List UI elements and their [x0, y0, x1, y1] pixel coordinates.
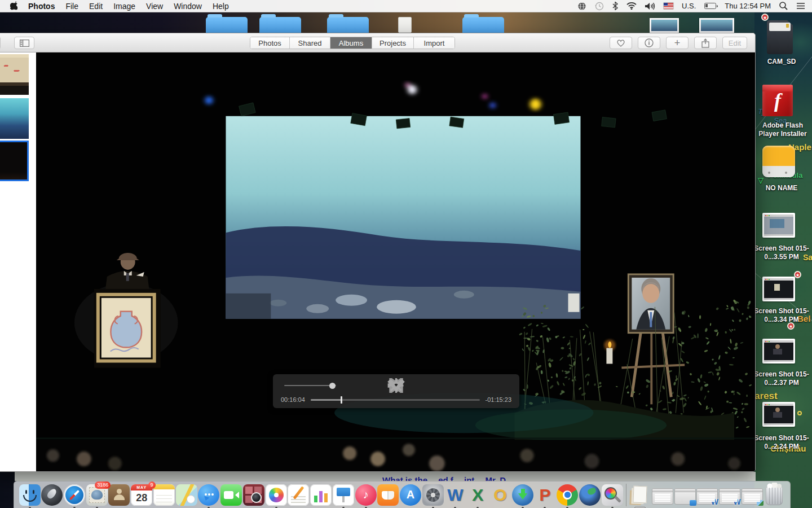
video-thumbnail-1[interactable]: [0, 54, 29, 95]
tab-projects[interactable]: Projects: [372, 37, 414, 49]
battery-icon[interactable]: [704, 3, 716, 9]
info-button[interactable]: [638, 37, 660, 49]
tab-shared[interactable]: Shared: [290, 37, 330, 49]
launchpad-icon: [41, 484, 63, 506]
desktop-icon-cam-sd[interactable]: [767, 20, 793, 54]
dock-ibooks[interactable]: [377, 483, 399, 507]
min-window-word2-icon: W: [719, 488, 740, 505]
menu-file[interactable]: File: [65, 2, 78, 11]
desktop-folder-icon[interactable]: [259, 17, 301, 33]
desktop-document-icon[interactable]: [398, 17, 412, 33]
dock-contacts[interactable]: [108, 483, 130, 507]
desktop-screen: Naple Tyrrhenian Sea Peninsula Sa Bel ar…: [0, 0, 812, 508]
dock-photos[interactable]: [265, 483, 287, 507]
dock-powerpoint[interactable]: P: [534, 483, 556, 507]
dock-numbers[interactable]: [310, 483, 332, 507]
video-thumbnail-2[interactable]: [0, 98, 29, 139]
background-window-strip: What is the …ed f… int… Mr. D…: [15, 472, 756, 481]
dock-mail[interactable]: 3186: [86, 483, 108, 507]
dock-launchpad[interactable]: [41, 483, 63, 507]
map-label: arest: [754, 391, 778, 402]
app-menu-photos[interactable]: Photos: [28, 2, 55, 11]
sidebar-toggle-button[interactable]: [14, 37, 34, 49]
dock-maps[interactable]: [175, 483, 197, 507]
desktop-photo-icon[interactable]: [699, 18, 734, 33]
ibooks-icon: [377, 484, 399, 506]
video-progress-bar[interactable]: [311, 399, 480, 401]
dock-color-utility[interactable]: [601, 483, 623, 507]
desktop-icon-screenshot-4[interactable]: [762, 402, 795, 427]
dock-downloader[interactable]: [511, 483, 533, 507]
video-player-area[interactable]: 00:16:04 -01:15:23: [36, 52, 755, 471]
wifi-icon[interactable]: [626, 2, 637, 10]
dock-stack-documents[interactable]: [629, 483, 651, 507]
tab-photos[interactable]: Photos: [250, 37, 290, 49]
video-thumbnail-3-selected[interactable]: [0, 141, 29, 181]
dock-chrome[interactable]: [557, 483, 579, 507]
dock-calendar[interactable]: MAY289: [131, 483, 153, 507]
notification-center-icon[interactable]: [796, 2, 805, 10]
color-utility-icon: [602, 484, 623, 506]
dock-google-earth[interactable]: [579, 483, 601, 507]
dock-notes[interactable]: [153, 483, 175, 507]
dock-word[interactable]: W: [444, 483, 466, 507]
desktop-folder-icon[interactable]: [327, 17, 369, 33]
globe-status-icon[interactable]: [577, 2, 586, 11]
spotlight-icon[interactable]: [779, 2, 788, 10]
input-source-flag-icon[interactable]: [664, 3, 673, 9]
dock-finder[interactable]: [19, 483, 41, 507]
desktop-icon-screenshot-1[interactable]: [762, 213, 795, 238]
dock-facetime[interactable]: [220, 483, 242, 507]
dock-safari[interactable]: [63, 483, 85, 507]
video-progress-handle[interactable]: [341, 396, 342, 404]
edit-button[interactable]: Edit: [722, 37, 747, 49]
desktop-folder-icon[interactable]: [462, 17, 504, 33]
photos-icon: [266, 484, 287, 506]
external-drive-icon: [762, 146, 795, 177]
tab-albums[interactable]: Albums: [330, 37, 372, 49]
dock-min-window-word2[interactable]: W: [719, 483, 741, 507]
desktop-icon-no-name[interactable]: [762, 146, 795, 177]
menu-window[interactable]: Window: [174, 2, 202, 11]
volume-status-icon[interactable]: [645, 2, 655, 10]
dock-min-window-word[interactable]: W: [696, 483, 718, 507]
dock-keynote[interactable]: [332, 483, 354, 507]
favorite-button[interactable]: [610, 37, 632, 49]
projection-screen: [226, 116, 580, 319]
dock-system-preferences[interactable]: [422, 483, 444, 507]
desktop-icon-screenshot-3[interactable]: [762, 339, 795, 364]
menu-image[interactable]: Image: [113, 2, 135, 11]
dock-min-window-keynote[interactable]: [674, 483, 696, 507]
tab-import[interactable]: Import: [414, 37, 454, 49]
dock-outlook[interactable]: O: [489, 483, 511, 507]
desktop-folder-icon[interactable]: [206, 17, 248, 33]
dock-min-window-finder[interactable]: [651, 483, 673, 507]
add-button[interactable]: +: [666, 37, 689, 49]
google-earth-icon: [579, 484, 601, 506]
facetime-icon: [220, 484, 242, 506]
desktop-icon-flash-installer[interactable]: f: [762, 85, 793, 116]
share-button[interactable]: [694, 37, 717, 49]
dock-app-store[interactable]: [399, 483, 421, 507]
dock-trash[interactable]: [764, 483, 785, 507]
dock-excel[interactable]: X: [467, 483, 489, 507]
photos-toolbar: Photos Shared Albums Projects Import + E…: [0, 33, 755, 52]
dock-itunes[interactable]: [355, 483, 377, 507]
menu-clock[interactable]: Thu 12:54 PM: [725, 2, 771, 10]
time-machine-icon[interactable]: [595, 2, 604, 11]
eject-icon: ▽: [758, 176, 764, 185]
menu-view[interactable]: View: [146, 2, 163, 11]
menu-edit[interactable]: Edit: [89, 2, 103, 11]
dock-photo-booth[interactable]: [242, 483, 264, 507]
bluetooth-icon[interactable]: [612, 2, 618, 10]
desktop-photo-icon[interactable]: [650, 18, 679, 33]
desktop-icon-screenshot-2[interactable]: [762, 277, 795, 301]
toolbar-edge-button[interactable]: [0, 37, 1, 49]
dock-min-window-preview[interactable]: [741, 483, 763, 507]
dock-pages[interactable]: [288, 483, 310, 507]
apple-menu-icon[interactable]: [10, 2, 17, 10]
photo-booth-icon: [243, 484, 264, 506]
input-source-label[interactable]: U.S.: [682, 2, 696, 10]
menu-help[interactable]: Help: [213, 2, 229, 11]
dock-messages[interactable]: [198, 483, 220, 507]
